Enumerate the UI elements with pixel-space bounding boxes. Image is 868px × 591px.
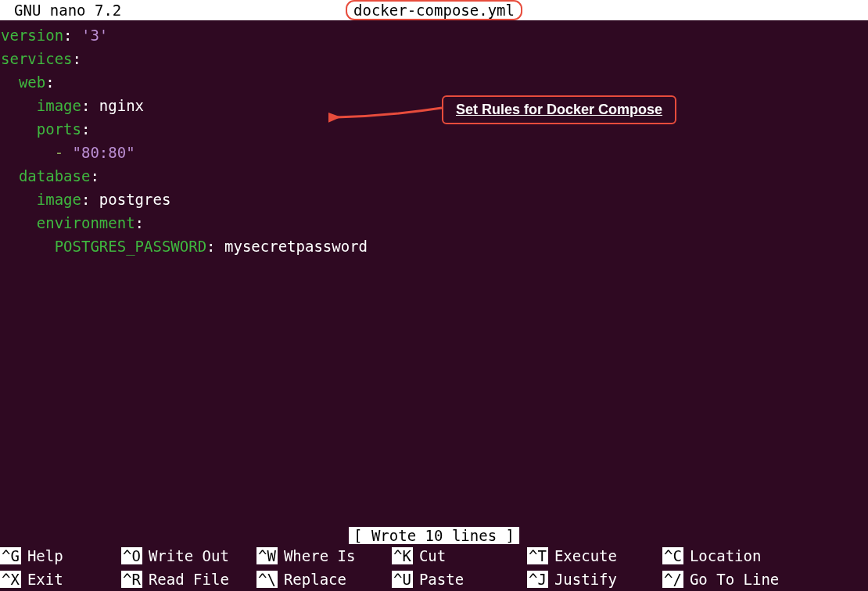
- status-message: [ Wrote 10 lines ]: [349, 527, 519, 544]
- shortcut-location[interactable]: ^CLocation: [662, 547, 798, 564]
- editor-header: GNU nano 7.2 docker-compose.yml: [0, 0, 868, 20]
- editor-content[interactable]: version: '3' services: web: image: nginx…: [0, 20, 868, 258]
- annotation-text: Set Rules for Docker Compose: [442, 95, 676, 124]
- shortcut-justify[interactable]: ^JJustify: [527, 571, 662, 588]
- code-line-8: image: postgres: [0, 188, 868, 211]
- app-title: GNU nano 7.2: [14, 2, 121, 19]
- shortcuts-bar: ^GHelp ^OWrite Out ^WWhere Is ^KCut ^TEx…: [0, 544, 868, 591]
- code-line-9: environment:: [0, 211, 868, 235]
- code-line-3: web:: [0, 70, 868, 94]
- code-line-6: - "80:80": [0, 141, 868, 164]
- shortcut-read-file[interactable]: ^RRead File: [121, 571, 256, 588]
- code-line-10: POSTGRES_PASSWORD: mysecretpassword: [0, 235, 868, 258]
- shortcut-where-is[interactable]: ^WWhere Is: [256, 547, 392, 564]
- shortcut-go-to-line[interactable]: ^/Go To Line: [662, 571, 798, 588]
- annotation-callout: Set Rules for Docker Compose: [442, 95, 676, 124]
- shortcut-replace[interactable]: ^\Replace: [256, 571, 392, 588]
- code-line-7: database:: [0, 164, 868, 188]
- shortcut-write-out[interactable]: ^OWrite Out: [121, 547, 256, 564]
- shortcut-row-2: ^XExit ^RRead File ^\Replace ^UPaste ^JJ…: [0, 568, 868, 591]
- code-line-2: services:: [0, 47, 868, 70]
- filename-display: docker-compose.yml: [346, 0, 522, 20]
- shortcut-exit[interactable]: ^XExit: [0, 571, 121, 588]
- shortcut-paste[interactable]: ^UPaste: [392, 571, 527, 588]
- code-line-4: image: nginx: [0, 94, 868, 117]
- shortcut-execute[interactable]: ^TExecute: [527, 547, 662, 564]
- shortcut-cut[interactable]: ^KCut: [392, 547, 527, 564]
- code-line-5: ports:: [0, 117, 868, 141]
- shortcut-help[interactable]: ^GHelp: [0, 547, 121, 564]
- code-line-1: version: '3': [0, 23, 868, 47]
- shortcut-row-1: ^GHelp ^OWrite Out ^WWhere Is ^KCut ^TEx…: [0, 544, 868, 568]
